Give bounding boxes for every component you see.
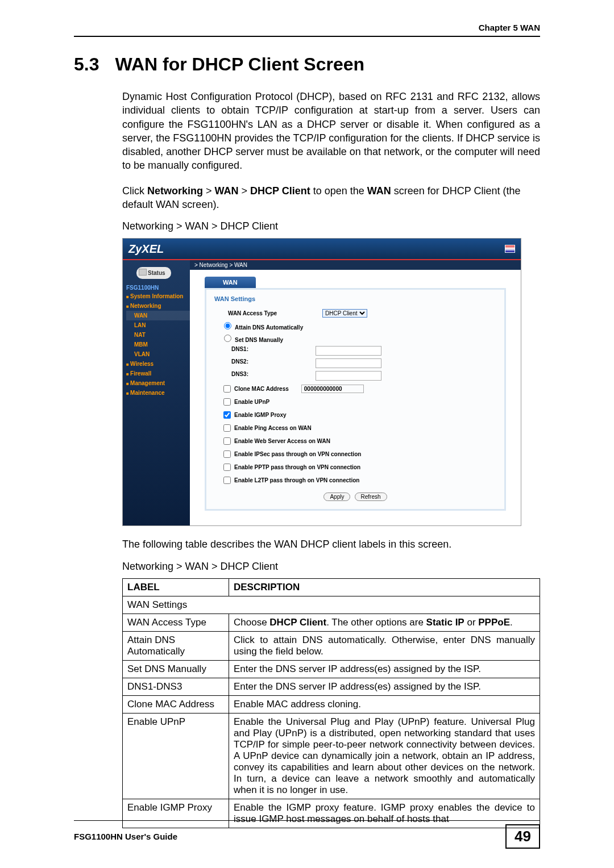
device-model: FSG1100HN xyxy=(126,285,190,291)
label-upnp: Enable UPnP xyxy=(234,399,269,405)
input-dns3[interactable] xyxy=(316,371,381,381)
sidebar-mbm[interactable]: MBM xyxy=(126,340,190,349)
sidebar-wireless[interactable]: Wireless xyxy=(126,359,190,369)
footer-guide: FSG1100HN User's Guide xyxy=(74,832,177,841)
row-setdns-desc: Enter the DNS server IP address(es) assi… xyxy=(229,660,540,678)
input-dns2[interactable] xyxy=(316,358,381,368)
checkbox-webserver[interactable] xyxy=(223,437,231,445)
select-access-type[interactable]: DHCP Client xyxy=(322,309,367,318)
row-attain-desc: Click to attain DNS automatically. Other… xyxy=(229,631,540,660)
label-dns1: DNS1: xyxy=(231,346,316,356)
label-webserver: Enable Web Server Access on WAN xyxy=(234,438,330,444)
th-description: DESCRIPTION xyxy=(229,578,540,596)
refresh-button[interactable]: Refresh xyxy=(355,493,387,501)
figure-caption: Networking > WAN > DHCP Client xyxy=(122,220,540,232)
sidebar: Status FSG1100HN System Information Netw… xyxy=(123,260,190,525)
checkbox-l2tp[interactable] xyxy=(223,477,231,484)
label-l2tp: Enable L2TP pass through on VPN connecti… xyxy=(234,477,359,483)
sidebar-wan[interactable]: WAN xyxy=(126,311,190,320)
sidebar-firewall[interactable]: Firewall xyxy=(126,369,190,378)
row-upnp-desc: Enable the Universal Plug and Play (UPnP… xyxy=(229,713,540,799)
row-setdns-label: Set DNS Manually xyxy=(123,660,229,678)
checkbox-pptp[interactable] xyxy=(223,464,231,471)
sidebar-lan[interactable]: LAN xyxy=(126,320,190,330)
input-clone-mac[interactable]: 000000000000 xyxy=(301,385,364,393)
language-flag-icon[interactable] xyxy=(505,245,515,253)
tab-wan[interactable]: WAN xyxy=(205,277,256,288)
sidebar-maintenance[interactable]: Maintenance xyxy=(126,388,190,398)
checkbox-igmp[interactable] xyxy=(223,411,231,419)
th-label: LABEL xyxy=(123,578,229,596)
checkbox-ipsec[interactable] xyxy=(223,450,231,458)
row-upnp-label: Enable UPnP xyxy=(123,713,229,799)
panel-title: WAN Settings xyxy=(214,295,496,302)
label-ipsec: Enable IPSec pass through on VPN connect… xyxy=(234,451,361,457)
label-ping: Enable Ping Access on WAN xyxy=(234,425,312,431)
content-area: > Networking > WAN WAN WAN Settings WAN … xyxy=(190,260,521,525)
status-button[interactable]: Status xyxy=(136,267,171,279)
row-dns13-desc: Enter the DNS server IP address(es) assi… xyxy=(229,678,540,695)
checkbox-ping[interactable] xyxy=(223,424,231,432)
label-pptp: Enable PPTP pass through on VPN connecti… xyxy=(234,464,360,470)
radio-attain-dns[interactable] xyxy=(224,322,231,329)
label-dns3: DNS3: xyxy=(231,371,316,381)
row-attain-dns: Attain DNS Automatically xyxy=(214,320,496,331)
row-access-type: WAN Access Type DHCP Client xyxy=(214,309,496,318)
wan-screenshot: ZyXEL Status FSG1100HN System Informatio… xyxy=(122,238,521,526)
footer: FSG1100HN User's Guide 49 xyxy=(74,820,540,849)
sidebar-management[interactable]: Management xyxy=(126,378,190,388)
checkbox-upnp[interactable] xyxy=(223,398,231,406)
row-dns13-label: DNS1-DNS3 xyxy=(123,678,229,695)
description-table: LABEL DESCRIPTION WAN Settings WAN Acces… xyxy=(122,578,540,828)
sidebar-vlan[interactable]: VLAN xyxy=(126,349,190,359)
sidebar-system-information[interactable]: System Information xyxy=(126,291,190,301)
sidebar-networking[interactable]: Networking xyxy=(126,301,190,311)
logo: ZyXEL xyxy=(128,243,164,256)
label-clone-mac: Clone MAC Address xyxy=(234,386,289,392)
section-title-text: WAN for DHCP Client Screen xyxy=(115,54,364,74)
label-access-type: WAN Access Type xyxy=(214,310,322,316)
chapter-header: Chapter 5 WAN xyxy=(74,23,540,37)
row-wan-settings: WAN Settings xyxy=(123,596,540,614)
section-title: 5.3WAN for DHCP Client Screen xyxy=(74,54,540,75)
breadcrumb: > Networking > WAN xyxy=(190,260,521,270)
input-dns1[interactable] xyxy=(316,346,381,356)
label-dns2: DNS2: xyxy=(231,358,316,368)
radio-set-dns-manually[interactable] xyxy=(224,335,231,342)
row-clone-desc: Enable MAC address cloning. xyxy=(229,695,540,713)
row-access-label: WAN Access Type xyxy=(123,614,229,631)
sidebar-nat[interactable]: NAT xyxy=(126,330,190,340)
wan-settings-panel: WAN Settings WAN Access Type DHCP Client… xyxy=(205,288,506,511)
post-figure-text: The following table describes the WAN DH… xyxy=(122,537,540,551)
row-set-dns-manually: Set DNS Manually xyxy=(214,333,496,343)
table-caption: Networking > WAN > DHCP Client xyxy=(122,561,540,573)
page-number: 49 xyxy=(505,824,540,849)
apply-button[interactable]: Apply xyxy=(323,493,350,501)
row-attain-label: Attain DNS Automatically xyxy=(123,631,229,660)
checkbox-clone-mac[interactable] xyxy=(223,385,231,393)
click-instruction: Click Networking > WAN > DHCP Client to … xyxy=(122,184,540,212)
topbar: ZyXEL xyxy=(123,239,521,260)
label-igmp: Enable IGMP Proxy xyxy=(234,412,287,418)
row-access-desc: Choose DHCP Client. The other options ar… xyxy=(229,614,540,631)
row-clone-label: Clone MAC Address xyxy=(123,695,229,713)
section-number: 5.3 xyxy=(74,54,99,75)
intro-paragraph: Dynamic Host Configuration Protocol (DHC… xyxy=(122,90,540,173)
tab-row: WAN xyxy=(190,270,521,288)
